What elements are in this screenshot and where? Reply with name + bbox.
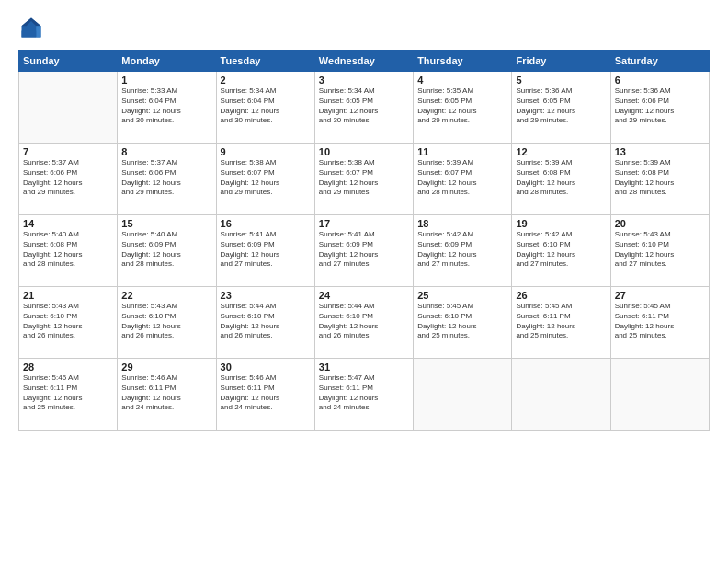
header-cell-tuesday: Tuesday xyxy=(216,51,314,72)
header-row: SundayMondayTuesdayWednesdayThursdayFrid… xyxy=(19,51,710,72)
day-info: Sunrise: 5:40 AM Sunset: 6:09 PM Dayligh… xyxy=(121,230,211,270)
day-cell: 18Sunrise: 5:42 AM Sunset: 6:09 PM Dayli… xyxy=(414,215,512,287)
day-cell: 17Sunrise: 5:41 AM Sunset: 6:09 PM Dayli… xyxy=(314,215,413,287)
day-cell: 3Sunrise: 5:34 AM Sunset: 6:05 PM Daylig… xyxy=(314,72,413,144)
day-cell: 25Sunrise: 5:45 AM Sunset: 6:10 PM Dayli… xyxy=(414,287,512,359)
header-cell-monday: Monday xyxy=(118,51,216,72)
day-cell: 30Sunrise: 5:46 AM Sunset: 6:11 PM Dayli… xyxy=(216,359,314,431)
week-row-4: 28Sunrise: 5:46 AM Sunset: 6:11 PM Dayli… xyxy=(19,359,710,431)
day-cell: 11Sunrise: 5:39 AM Sunset: 6:07 PM Dayli… xyxy=(414,144,512,215)
day-info: Sunrise: 5:43 AM Sunset: 6:10 PM Dayligh… xyxy=(615,230,705,270)
header-cell-thursday: Thursday xyxy=(414,51,512,72)
week-row-0: 1Sunrise: 5:33 AM Sunset: 6:04 PM Daylig… xyxy=(19,72,710,144)
day-cell: 2Sunrise: 5:34 AM Sunset: 6:04 PM Daylig… xyxy=(216,72,314,144)
week-row-2: 14Sunrise: 5:40 AM Sunset: 6:08 PM Dayli… xyxy=(19,215,710,287)
day-info: Sunrise: 5:37 AM Sunset: 6:06 PM Dayligh… xyxy=(23,158,113,198)
day-number: 1 xyxy=(121,75,211,86)
day-number: 26 xyxy=(516,290,606,301)
day-info: Sunrise: 5:47 AM Sunset: 6:11 PM Dayligh… xyxy=(319,373,409,413)
day-info: Sunrise: 5:45 AM Sunset: 6:10 PM Dayligh… xyxy=(417,302,507,341)
day-cell: 5Sunrise: 5:36 AM Sunset: 6:05 PM Daylig… xyxy=(512,72,610,144)
day-info: Sunrise: 5:42 AM Sunset: 6:10 PM Dayligh… xyxy=(516,230,606,270)
header xyxy=(18,15,710,40)
day-cell: 14Sunrise: 5:40 AM Sunset: 6:08 PM Dayli… xyxy=(19,215,118,287)
day-info: Sunrise: 5:46 AM Sunset: 6:11 PM Dayligh… xyxy=(121,373,211,413)
day-number: 18 xyxy=(417,218,507,229)
day-cell: 27Sunrise: 5:45 AM Sunset: 6:11 PM Dayli… xyxy=(610,287,709,359)
calendar-body: 1Sunrise: 5:33 AM Sunset: 6:04 PM Daylig… xyxy=(19,72,710,431)
day-number: 25 xyxy=(417,290,507,301)
logo xyxy=(18,15,48,40)
day-info: Sunrise: 5:41 AM Sunset: 6:09 PM Dayligh… xyxy=(319,230,409,270)
svg-rect-3 xyxy=(22,31,37,38)
day-number: 17 xyxy=(319,218,409,229)
day-info: Sunrise: 5:45 AM Sunset: 6:11 PM Dayligh… xyxy=(615,302,705,341)
calendar-table: SundayMondayTuesdayWednesdayThursdayFrid… xyxy=(18,50,710,431)
day-number: 11 xyxy=(417,146,507,157)
day-number: 8 xyxy=(121,146,211,157)
day-cell: 23Sunrise: 5:44 AM Sunset: 6:10 PM Dayli… xyxy=(216,287,314,359)
week-row-3: 21Sunrise: 5:43 AM Sunset: 6:10 PM Dayli… xyxy=(19,287,710,359)
day-cell: 28Sunrise: 5:46 AM Sunset: 6:11 PM Dayli… xyxy=(19,359,118,431)
header-cell-wednesday: Wednesday xyxy=(314,51,413,72)
day-number: 2 xyxy=(221,75,311,86)
day-number: 9 xyxy=(221,146,311,157)
day-number: 5 xyxy=(516,75,606,86)
day-number: 21 xyxy=(23,290,113,301)
calendar-header: SundayMondayTuesdayWednesdayThursdayFrid… xyxy=(19,51,710,72)
day-number: 3 xyxy=(319,75,409,86)
day-cell: 13Sunrise: 5:39 AM Sunset: 6:08 PM Dayli… xyxy=(610,144,709,215)
day-number: 4 xyxy=(417,75,507,86)
day-cell: 10Sunrise: 5:38 AM Sunset: 6:07 PM Dayli… xyxy=(314,144,413,215)
day-cell: 22Sunrise: 5:43 AM Sunset: 6:10 PM Dayli… xyxy=(118,287,216,359)
day-info: Sunrise: 5:38 AM Sunset: 6:07 PM Dayligh… xyxy=(319,158,409,198)
day-info: Sunrise: 5:40 AM Sunset: 6:08 PM Dayligh… xyxy=(23,230,113,270)
day-number: 27 xyxy=(615,290,705,301)
day-info: Sunrise: 5:41 AM Sunset: 6:09 PM Dayligh… xyxy=(221,230,311,270)
day-number: 6 xyxy=(615,75,705,86)
day-cell xyxy=(512,359,610,431)
day-number: 10 xyxy=(319,146,409,157)
day-number: 13 xyxy=(615,146,705,157)
day-cell xyxy=(19,72,118,144)
day-cell: 21Sunrise: 5:43 AM Sunset: 6:10 PM Dayli… xyxy=(19,287,118,359)
day-info: Sunrise: 5:44 AM Sunset: 6:10 PM Dayligh… xyxy=(221,302,311,341)
day-info: Sunrise: 5:42 AM Sunset: 6:09 PM Dayligh… xyxy=(417,230,507,270)
day-info: Sunrise: 5:38 AM Sunset: 6:07 PM Dayligh… xyxy=(221,158,311,198)
day-number: 16 xyxy=(221,218,311,229)
week-row-1: 7Sunrise: 5:37 AM Sunset: 6:06 PM Daylig… xyxy=(19,144,710,215)
day-info: Sunrise: 5:33 AM Sunset: 6:04 PM Dayligh… xyxy=(121,86,211,126)
day-number: 30 xyxy=(221,362,311,373)
day-info: Sunrise: 5:34 AM Sunset: 6:04 PM Dayligh… xyxy=(221,86,311,126)
header-cell-sunday: Sunday xyxy=(19,51,118,72)
day-info: Sunrise: 5:35 AM Sunset: 6:05 PM Dayligh… xyxy=(417,86,507,126)
day-cell: 19Sunrise: 5:42 AM Sunset: 6:10 PM Dayli… xyxy=(512,215,610,287)
day-cell: 6Sunrise: 5:36 AM Sunset: 6:06 PM Daylig… xyxy=(610,72,709,144)
day-cell: 12Sunrise: 5:39 AM Sunset: 6:08 PM Dayli… xyxy=(512,144,610,215)
day-info: Sunrise: 5:34 AM Sunset: 6:05 PM Dayligh… xyxy=(319,86,409,126)
day-cell: 24Sunrise: 5:44 AM Sunset: 6:10 PM Dayli… xyxy=(314,287,413,359)
day-info: Sunrise: 5:43 AM Sunset: 6:10 PM Dayligh… xyxy=(121,302,211,341)
day-number: 23 xyxy=(221,290,311,301)
day-cell: 7Sunrise: 5:37 AM Sunset: 6:06 PM Daylig… xyxy=(19,144,118,215)
logo-icon xyxy=(18,15,44,40)
day-info: Sunrise: 5:39 AM Sunset: 6:07 PM Dayligh… xyxy=(417,158,507,198)
day-cell: 9Sunrise: 5:38 AM Sunset: 6:07 PM Daylig… xyxy=(216,144,314,215)
day-info: Sunrise: 5:46 AM Sunset: 6:11 PM Dayligh… xyxy=(23,373,113,413)
day-cell xyxy=(414,359,512,431)
day-number: 7 xyxy=(23,146,113,157)
day-cell: 1Sunrise: 5:33 AM Sunset: 6:04 PM Daylig… xyxy=(118,72,216,144)
day-info: Sunrise: 5:36 AM Sunset: 6:06 PM Dayligh… xyxy=(615,86,705,126)
day-cell: 31Sunrise: 5:47 AM Sunset: 6:11 PM Dayli… xyxy=(314,359,413,431)
day-number: 14 xyxy=(23,218,113,229)
day-cell: 15Sunrise: 5:40 AM Sunset: 6:09 PM Dayli… xyxy=(118,215,216,287)
day-info: Sunrise: 5:45 AM Sunset: 6:11 PM Dayligh… xyxy=(516,302,606,341)
day-number: 31 xyxy=(319,362,409,373)
day-info: Sunrise: 5:46 AM Sunset: 6:11 PM Dayligh… xyxy=(221,373,311,413)
day-number: 15 xyxy=(121,218,211,229)
day-cell xyxy=(610,359,709,431)
day-number: 12 xyxy=(516,146,606,157)
day-number: 19 xyxy=(516,218,606,229)
day-info: Sunrise: 5:39 AM Sunset: 6:08 PM Dayligh… xyxy=(615,158,705,198)
day-info: Sunrise: 5:39 AM Sunset: 6:08 PM Dayligh… xyxy=(516,158,606,198)
